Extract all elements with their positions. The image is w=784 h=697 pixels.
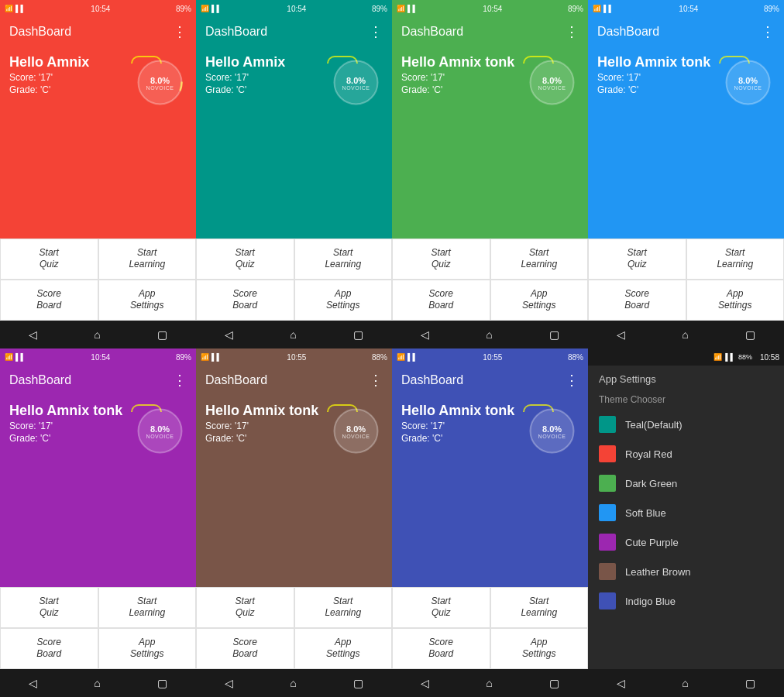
app-settings-btn-1[interactable]: AppSettings <box>98 280 197 321</box>
back-btn-5[interactable]: ◁ <box>29 677 37 689</box>
start-quiz-btn-2[interactable]: StartQuiz <box>196 239 294 280</box>
app-settings-btn-7[interactable]: AppSettings <box>490 628 589 669</box>
start-learning-btn-5[interactable]: StartLearning <box>98 587 197 628</box>
battery-6: 88% <box>372 353 387 362</box>
score-board-btn-7[interactable]: ScoreBoard <box>392 628 490 669</box>
overflow-menu-icon-2[interactable]: ⋮ <box>369 23 383 40</box>
signal-7: ▌▌ <box>407 353 418 361</box>
start-learning-btn-1[interactable]: StartLearning <box>98 239 197 280</box>
overflow-menu-icon-5[interactable]: ⋮ <box>173 372 187 389</box>
start-learning-btn-3[interactable]: StartLearning <box>490 239 589 280</box>
home-btn-6[interactable]: ⌂ <box>290 677 296 689</box>
buttons-grid-7: StartQuiz StartLearning ScoreBoard AppSe… <box>392 587 588 669</box>
novoice-6: NOVOICE <box>342 433 370 438</box>
start-learning-btn-7[interactable]: StartLearning <box>490 587 589 628</box>
start-quiz-btn-1[interactable]: StartQuiz <box>0 239 98 280</box>
back-btn-4[interactable]: ◁ <box>617 328 625 341</box>
app-settings-btn-4[interactable]: AppSettings <box>686 280 785 321</box>
hero-4: Hello Amnix tonk Score: '17' Grade: 'C' … <box>588 46 784 239</box>
settings-wifi-icon: 📶 <box>714 353 722 361</box>
teal-color-dot <box>599 416 616 433</box>
start-quiz-btn-7[interactable]: StartQuiz <box>392 587 490 628</box>
indigo-color-dot <box>599 592 616 609</box>
recents-btn-2[interactable]: ▢ <box>353 328 363 341</box>
home-btn-2[interactable]: ⌂ <box>290 328 296 341</box>
settings-back-btn[interactable]: ◁ <box>617 677 625 689</box>
back-btn-3[interactable]: ◁ <box>421 328 429 341</box>
score-board-btn-6[interactable]: ScoreBoard <box>196 628 294 669</box>
percent-7: 8.0% <box>538 424 566 433</box>
overflow-menu-icon-3[interactable]: ⋮ <box>565 23 579 40</box>
recents-btn-7[interactable]: ▢ <box>549 677 559 689</box>
home-btn-3[interactable]: ⌂ <box>486 328 492 341</box>
score-board-btn-1[interactable]: ScoreBoard <box>0 280 98 321</box>
recents-btn-6[interactable]: ▢ <box>353 677 363 689</box>
teal-label: Teal(Default) <box>625 419 683 431</box>
wifi-icon-3: 📶 <box>397 5 405 12</box>
score-board-btn-4[interactable]: ScoreBoard <box>588 280 686 321</box>
app-settings-btn-3[interactable]: AppSettings <box>490 280 589 321</box>
start-quiz-btn-5[interactable]: StartQuiz <box>0 587 98 628</box>
recents-btn-1[interactable]: ▢ <box>157 328 167 341</box>
signal-1: ▌▌ <box>15 5 26 12</box>
home-btn-5[interactable]: ⌂ <box>94 677 100 689</box>
start-learning-btn-4[interactable]: StartLearning <box>686 239 785 280</box>
settings-battery: 88% <box>738 353 752 361</box>
theme-item-blue[interactable]: Soft Blue <box>588 498 784 527</box>
home-btn-1[interactable]: ⌂ <box>94 328 100 341</box>
nav-bar-5: ◁ ⌂ ▢ <box>0 669 196 697</box>
toolbar-5: DashBoard ⋮ <box>0 366 196 395</box>
settings-recents-btn[interactable]: ▢ <box>745 677 755 689</box>
start-learning-btn-2[interactable]: StartLearning <box>294 239 393 280</box>
buttons-grid-5: StartQuiz StartLearning ScoreBoard AppSe… <box>0 587 196 669</box>
home-btn-7[interactable]: ⌂ <box>486 677 492 689</box>
app-settings-btn-6[interactable]: AppSettings <box>294 628 393 669</box>
start-learning-btn-6[interactable]: StartLearning <box>294 587 393 628</box>
back-btn-1[interactable]: ◁ <box>29 328 37 341</box>
settings-home-btn[interactable]: ⌂ <box>682 677 688 689</box>
phone-screen-1: 📶 ▌▌ 10:54 89% DashBoard ⋮ Hello Amnix S… <box>0 0 196 348</box>
nav-bar-6: ◁ ⌂ ▢ <box>196 669 392 697</box>
start-quiz-btn-3[interactable]: StartQuiz <box>392 239 490 280</box>
battery-2: 89% <box>372 5 387 13</box>
home-btn-4[interactable]: ⌂ <box>682 328 688 341</box>
battery-1: 89% <box>176 5 191 13</box>
recents-btn-3[interactable]: ▢ <box>549 328 559 341</box>
app-settings-btn-2[interactable]: AppSettings <box>294 280 393 321</box>
back-btn-2[interactable]: ◁ <box>225 328 233 341</box>
score-board-btn-3[interactable]: ScoreBoard <box>392 280 490 321</box>
overflow-menu-icon-1[interactable]: ⋮ <box>173 23 187 40</box>
score-board-btn-5[interactable]: ScoreBoard <box>0 628 98 669</box>
phone-screen-3: 📶▌▌ 10:54 89% DashBoard ⋮ Hello Amnix to… <box>392 0 588 348</box>
theme-item-red[interactable]: Royal Red <box>588 439 784 469</box>
app-settings-btn-5[interactable]: AppSettings <box>98 628 197 669</box>
overflow-menu-icon-7[interactable]: ⋮ <box>565 372 579 389</box>
status-bar-4: 📶▌▌ 10:54 89% <box>588 0 784 17</box>
status-bar-3: 📶▌▌ 10:54 89% <box>392 0 588 17</box>
theme-item-purple[interactable]: Cute Purple <box>588 527 784 557</box>
phone-screen-5: 📶▌▌ 10:54 89% DashBoard ⋮ Hello Amnix to… <box>0 348 196 697</box>
theme-item-green[interactable]: Dark Green <box>588 469 784 498</box>
overflow-menu-icon-6[interactable]: ⋮ <box>369 372 383 389</box>
blue-color-dot <box>599 504 616 521</box>
buttons-grid-4: StartQuiz StartLearning ScoreBoard AppSe… <box>588 239 784 321</box>
overflow-menu-icon-4[interactable]: ⋮ <box>761 23 775 40</box>
recents-btn-4[interactable]: ▢ <box>745 328 755 341</box>
score-board-btn-2[interactable]: ScoreBoard <box>196 280 294 321</box>
app-title-4: DashBoard <box>597 25 659 39</box>
toolbar-6: DashBoard ⋮ <box>196 366 392 395</box>
brown-color-dot <box>599 563 616 580</box>
purple-color-dot <box>599 534 616 551</box>
hero-2: Hello Amnix Score: '17' Grade: 'C' 8.0% … <box>196 46 392 239</box>
back-btn-6[interactable]: ◁ <box>225 677 233 689</box>
toolbar-2: DashBoard ⋮ <box>196 17 392 46</box>
app-title-2: DashBoard <box>205 25 267 39</box>
recents-btn-5[interactable]: ▢ <box>157 677 167 689</box>
back-btn-7[interactable]: ◁ <box>421 677 429 689</box>
start-quiz-btn-4[interactable]: StartQuiz <box>588 239 686 280</box>
theme-item-teal[interactable]: Teal(Default) <box>588 410 784 439</box>
theme-item-indigo[interactable]: Indigo Blue <box>588 586 784 616</box>
start-quiz-btn-6[interactable]: StartQuiz <box>196 587 294 628</box>
buttons-grid-1: StartQuiz StartLearning ScoreBoard AppSe… <box>0 239 196 321</box>
theme-item-brown[interactable]: Leather Brown <box>588 557 784 586</box>
